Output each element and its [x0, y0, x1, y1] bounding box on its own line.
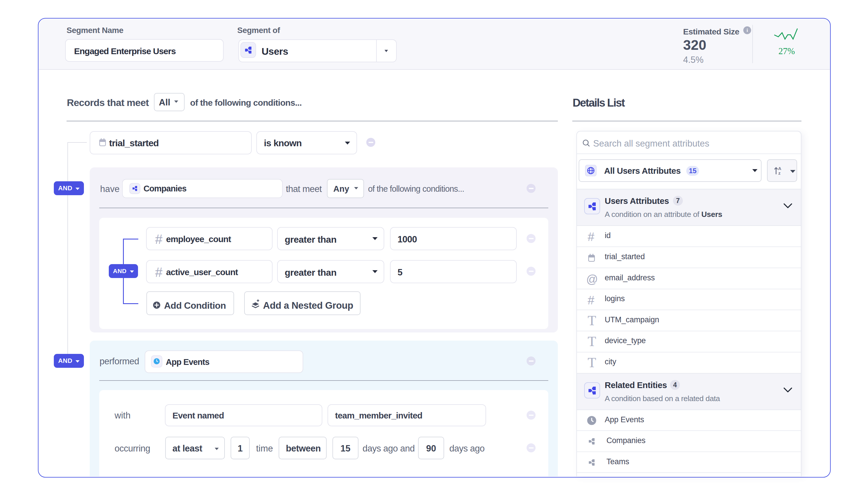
svg-text:A: A	[778, 166, 781, 171]
svg-text:z: z	[778, 171, 781, 175]
